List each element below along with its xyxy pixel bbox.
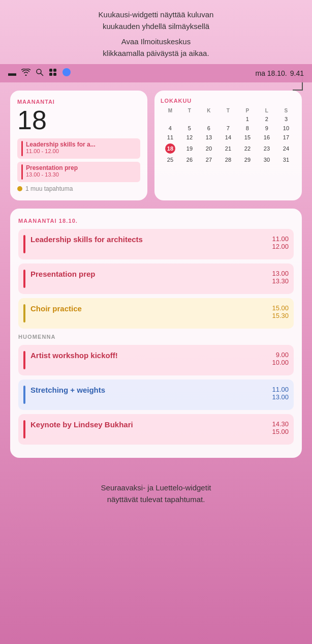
menubar-datetime[interactable]: ma 18.10. 9.41	[255, 69, 304, 77]
event-text-1: Leadership skills for a... 11.00 - 12.00	[26, 141, 136, 154]
cal-day-2-2[interactable]: 13	[199, 133, 219, 142]
cal-day-1-3[interactable]: 7	[219, 124, 238, 133]
svg-rect-3	[53, 69, 56, 72]
events-list-widget: MAANANTAI 18.10. Leadership skills for a…	[10, 209, 302, 458]
cal-day-2-6[interactable]: 17	[276, 133, 296, 142]
annotation-bottom: Seuraavaksi- ja Luettelo-widgetit näyttä…	[0, 474, 312, 515]
today-event-row-3[interactable]: Choir practice 15.00 15.30	[18, 298, 294, 329]
tomorrow-event-time1-2: 11.00	[272, 386, 289, 393]
cal-day-4-3[interactable]: 28	[219, 155, 238, 164]
cal-day-2-0[interactable]: 11	[161, 133, 180, 142]
widget-event-title-2: Presentation prep	[26, 164, 136, 171]
today-event-content-1: Leadership skills for architects	[30, 235, 267, 253]
tomorrow-event-bar-2	[23, 386, 25, 404]
tomorrow-event-row-3[interactable]: Keynote by Lindsey Bukhari 14.30 15.00	[18, 414, 294, 445]
cal-day-4-0[interactable]: 25	[161, 155, 180, 164]
tomorrow-event-bar-1	[23, 351, 25, 369]
tomorrow-event-times-2: 11.00 13.00	[272, 386, 289, 404]
cal-day-1-5[interactable]: 9	[257, 124, 276, 133]
tomorrow-event-content-1: Artist workshop kickoff!	[30, 351, 267, 369]
cal-header-sun: S	[276, 107, 296, 114]
tomorrow-event-times-1: 9.00 10.00	[272, 351, 289, 369]
other-events-text: 1 muu tapahtuma	[25, 185, 73, 192]
cal-day-3-0[interactable]: 18	[161, 142, 180, 155]
cal-day-3-3[interactable]: 21	[219, 142, 238, 155]
cal-day-2-4[interactable]: 15	[238, 133, 257, 142]
battery-icon: ▬	[8, 69, 16, 78]
cal-day-3-1[interactable]: 19	[180, 142, 199, 155]
cal-day-1-0[interactable]: 4	[161, 124, 180, 133]
cal-day-0-5[interactable]: 2	[257, 114, 276, 124]
cal-day-1-6[interactable]: 10	[276, 124, 296, 133]
cal-day-2-3[interactable]: 14	[219, 133, 238, 142]
tomorrow-event-content-3: Keynote by Lindsey Bukhari	[30, 420, 267, 438]
annotation-line2: kuukauden yhdellä silmäyksellä	[20, 21, 292, 33]
svg-rect-2	[49, 69, 52, 72]
annotation-bottom-line2: näyttävät tulevat tapahtumat.	[15, 494, 297, 506]
cal-header-sat: L	[257, 107, 276, 114]
cal-day-0-6[interactable]: 3	[276, 114, 296, 124]
today-event-time2-1: 12.00	[272, 243, 289, 250]
day-number: 18	[17, 107, 140, 133]
cal-day-4-1[interactable]: 26	[180, 155, 199, 164]
cal-header-mon: M	[161, 107, 180, 114]
annotation-line4: klikkaamalla päiväystä ja aikaa.	[20, 48, 292, 60]
cal-day-0-0	[161, 114, 180, 124]
today-event-row-1[interactable]: Leadership skills for architects 11.00 1…	[18, 229, 294, 259]
today-event-title-3: Choir practice	[30, 304, 267, 313]
today-event-time2-3: 15.30	[272, 312, 289, 319]
cal-day-2-1[interactable]: 12	[180, 133, 199, 142]
widget-event-title-1: Leadership skills for a...	[26, 141, 136, 148]
cal-day-0-4[interactable]: 1	[238, 114, 257, 124]
today-event-bar-1	[23, 235, 25, 253]
annotation-bottom-line1: Seuraavaksi- ja Luettelo-widgetit	[15, 482, 297, 494]
cal-header-wed: K	[199, 107, 219, 114]
content-area: MAANANTAI 18 Leadership skills for a... …	[0, 82, 312, 474]
cal-day-4-4[interactable]: 29	[238, 155, 257, 164]
search-icon[interactable]	[36, 68, 44, 78]
siri-icon[interactable]	[62, 68, 71, 79]
tomorrow-event-row-2[interactable]: Stretching + weights 11.00 13.00	[18, 379, 294, 410]
cal-day-1-1[interactable]: 5	[180, 124, 199, 133]
today-event-time2-2: 13.30	[272, 277, 289, 285]
cal-day-3-2[interactable]: 20	[199, 142, 219, 155]
cal-header-fri: P	[238, 107, 257, 114]
tomorrow-event-title-1: Artist workshop kickoff!	[30, 351, 267, 360]
cal-day-2-5[interactable]: 16	[257, 133, 276, 142]
menubar-icons: ▬	[8, 68, 71, 79]
svg-line-1	[41, 73, 43, 76]
today-event-content-2: Presentation prep	[30, 270, 267, 288]
today-event-times-2: 13.00 13.30	[272, 270, 289, 288]
today-section-label: MAANANTAI 18.10.	[18, 218, 294, 224]
cal-day-0-3	[219, 114, 238, 124]
today-event-times-3: 15.00 15.30	[272, 304, 289, 323]
cal-header-tue: T	[180, 107, 199, 114]
cal-header-thu: T	[219, 107, 238, 114]
control-icon[interactable]	[49, 68, 57, 78]
cal-day-1-2[interactable]: 6	[199, 124, 219, 133]
cal-day-1-4[interactable]: 8	[238, 124, 257, 133]
cal-day-4-2[interactable]: 27	[199, 155, 219, 164]
cal-day-3-6[interactable]: 24	[276, 142, 296, 155]
tomorrow-event-time2-1: 10.00	[272, 359, 289, 366]
calendar-widget: LOKAKUU M T K T P L S 123456789101112131…	[154, 91, 302, 200]
menubar-time: 9.41	[290, 69, 304, 77]
calendar-grid: M T K T P L S 12345678910111213141516171…	[161, 107, 296, 164]
svg-rect-4	[49, 73, 52, 76]
cal-day-4-5[interactable]: 30	[257, 155, 276, 164]
cal-day-4-6[interactable]: 31	[276, 155, 296, 164]
cal-day-3-4[interactable]: 22	[238, 142, 257, 155]
today-event-row-2[interactable]: Presentation prep 13.00 13.30	[18, 264, 294, 294]
widget-event-time-1: 11.00 - 12.00	[26, 148, 136, 154]
today-event-time1-2: 13.00	[272, 270, 289, 277]
today-event-bar-2	[23, 270, 25, 288]
svg-point-6	[63, 68, 71, 76]
tomorrow-event-row-1[interactable]: Artist workshop kickoff! 9.00 10.00	[18, 345, 294, 375]
widgets-row: MAANANTAI 18 Leadership skills for a... …	[10, 91, 302, 200]
today-event-time1-3: 15.00	[272, 304, 289, 312]
event-bar-1	[21, 141, 23, 156]
month-label: LOKAKUU	[161, 98, 296, 104]
cal-day-3-5[interactable]: 23	[257, 142, 276, 155]
today-event-title-1: Leadership skills for architects	[30, 235, 267, 244]
today-event-bar-3	[23, 304, 25, 323]
